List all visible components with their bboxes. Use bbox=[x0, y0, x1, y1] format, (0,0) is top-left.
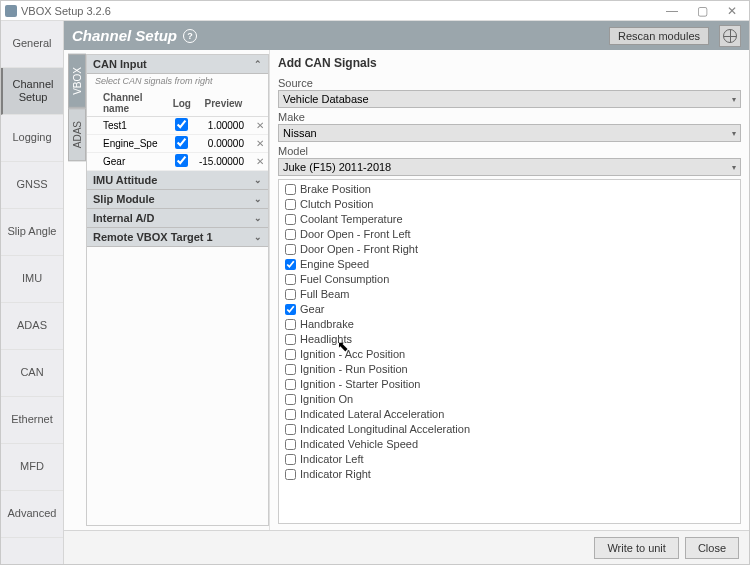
sidenav-item-advanced[interactable]: Advanced bbox=[1, 491, 63, 538]
signal-checkbox[interactable] bbox=[285, 364, 296, 375]
signal-checkbox[interactable] bbox=[285, 409, 296, 420]
remove-channel-button[interactable]: ✕ bbox=[256, 156, 264, 167]
signal-row[interactable]: Full Beam bbox=[279, 287, 740, 302]
signal-row[interactable]: Fuel Consumption bbox=[279, 272, 740, 287]
left-nav: GeneralChannel SetupLoggingGNSSSlip Angl… bbox=[1, 21, 64, 564]
sidenav-item-slip-angle[interactable]: Slip Angle bbox=[1, 209, 63, 256]
signal-checkbox[interactable] bbox=[285, 379, 296, 390]
sidenav-item-general[interactable]: General bbox=[1, 21, 63, 68]
preview-value: 1.00000 bbox=[195, 117, 252, 135]
sidenav-item-channel-setup[interactable]: Channel Setup bbox=[1, 68, 63, 115]
sidenav-item-gnss[interactable]: GNSS bbox=[1, 162, 63, 209]
accordion-internal-a-d[interactable]: Internal A/D⌄ bbox=[87, 209, 268, 228]
signal-checkbox[interactable] bbox=[285, 199, 296, 210]
channel-name: Engine_Spe bbox=[87, 135, 169, 153]
rescan-modules-button[interactable]: Rescan modules bbox=[609, 27, 709, 45]
remove-channel-button[interactable]: ✕ bbox=[256, 120, 264, 131]
sidenav-item-adas[interactable]: ADAS bbox=[1, 303, 63, 350]
signal-row[interactable]: Door Open - Front Left bbox=[279, 227, 740, 242]
chevron-down-icon: ⌄ bbox=[254, 194, 262, 204]
signal-label: Door Open - Front Left bbox=[300, 227, 411, 242]
signal-row[interactable]: Ignition On bbox=[279, 392, 740, 407]
sidenav-item-logging[interactable]: Logging bbox=[1, 115, 63, 162]
signal-checkbox[interactable] bbox=[285, 319, 296, 330]
signal-row[interactable]: Engine Speed bbox=[279, 257, 740, 272]
accordion-title: CAN Input bbox=[93, 58, 147, 70]
channel-name: Test1 bbox=[87, 117, 169, 135]
accordion-remote-vbox-target-1[interactable]: Remote VBOX Target 1⌄ bbox=[87, 228, 268, 247]
signal-checkbox[interactable] bbox=[285, 439, 296, 450]
language-button[interactable] bbox=[719, 25, 741, 47]
maximize-button[interactable]: ▢ bbox=[689, 3, 715, 19]
help-icon[interactable]: ? bbox=[183, 29, 197, 43]
signal-row[interactable]: Gear bbox=[279, 302, 740, 317]
close-button[interactable]: Close bbox=[685, 537, 739, 559]
signal-checkbox[interactable] bbox=[285, 259, 296, 270]
log-checkbox[interactable] bbox=[175, 118, 188, 131]
signal-label: Handbrake bbox=[300, 317, 354, 332]
signals-list[interactable]: Brake PositionClutch PositionCoolant Tem… bbox=[278, 179, 741, 524]
signal-row[interactable]: Indicator Right bbox=[279, 467, 740, 482]
signal-label: Coolant Temperature bbox=[300, 212, 403, 227]
accordion-imu-attitude[interactable]: IMU Attitude⌄ bbox=[87, 171, 268, 190]
signal-checkbox[interactable] bbox=[285, 334, 296, 345]
vtab-vbox[interactable]: VBOX bbox=[68, 54, 86, 108]
make-select[interactable]: Nissan ▾ bbox=[278, 124, 741, 142]
remove-channel-button[interactable]: ✕ bbox=[256, 138, 264, 149]
signal-checkbox[interactable] bbox=[285, 424, 296, 435]
signal-checkbox[interactable] bbox=[285, 289, 296, 300]
write-to-unit-button[interactable]: Write to unit bbox=[594, 537, 679, 559]
source-select[interactable]: Vehicle Database ▾ bbox=[278, 90, 741, 108]
signal-checkbox[interactable] bbox=[285, 349, 296, 360]
signal-row[interactable]: Door Open - Front Right bbox=[279, 242, 740, 257]
accordion-title: Slip Module bbox=[93, 193, 155, 205]
chevron-down-icon: ▾ bbox=[732, 95, 736, 104]
signal-checkbox[interactable] bbox=[285, 184, 296, 195]
vtab-adas[interactable]: ADAS bbox=[68, 108, 86, 161]
accordion-can-input[interactable]: CAN Input ⌃ bbox=[87, 55, 268, 74]
signal-checkbox[interactable] bbox=[285, 454, 296, 465]
sidenav-item-mfd[interactable]: MFD bbox=[1, 444, 63, 491]
signal-row[interactable]: Indicator Left bbox=[279, 452, 740, 467]
preview-value: 0.00000 bbox=[195, 135, 252, 153]
signal-row[interactable]: Clutch Position bbox=[279, 197, 740, 212]
signal-row[interactable]: Ignition - Run Position bbox=[279, 362, 740, 377]
chevron-down-icon: ▾ bbox=[732, 129, 736, 138]
signal-row[interactable]: Indicated Longitudinal Acceleration bbox=[279, 422, 740, 437]
signal-label: Ignition - Starter Position bbox=[300, 377, 420, 392]
signal-checkbox[interactable] bbox=[285, 274, 296, 285]
log-checkbox[interactable] bbox=[175, 136, 188, 149]
signal-row[interactable]: Headlights bbox=[279, 332, 740, 347]
signal-label: Headlights bbox=[300, 332, 352, 347]
channel-table: Channel name Log Preview Test11.00000✕En… bbox=[87, 90, 268, 171]
chevron-down-icon: ⌄ bbox=[254, 175, 262, 185]
accordion-slip-module[interactable]: Slip Module⌄ bbox=[87, 190, 268, 209]
channel-row: Gear-15.00000✕ bbox=[87, 153, 268, 171]
signal-label: Ignition - Run Position bbox=[300, 362, 408, 377]
app-icon bbox=[5, 5, 17, 17]
sidenav-item-imu[interactable]: IMU bbox=[1, 256, 63, 303]
signal-label: Door Open - Front Right bbox=[300, 242, 418, 257]
signal-row[interactable]: Indicated Lateral Acceleration bbox=[279, 407, 740, 422]
signal-row[interactable]: Handbrake bbox=[279, 317, 740, 332]
signal-checkbox[interactable] bbox=[285, 214, 296, 225]
signal-label: Fuel Consumption bbox=[300, 272, 389, 287]
signal-row[interactable]: Coolant Temperature bbox=[279, 212, 740, 227]
signal-checkbox[interactable] bbox=[285, 304, 296, 315]
signal-checkbox[interactable] bbox=[285, 469, 296, 480]
sidenav-item-can[interactable]: CAN bbox=[1, 350, 63, 397]
signal-row[interactable]: Brake Position bbox=[279, 182, 740, 197]
signal-row[interactable]: Ignition - Starter Position bbox=[279, 377, 740, 392]
signal-label: Indicator Right bbox=[300, 467, 371, 482]
signal-row[interactable]: Indicated Vehicle Speed bbox=[279, 437, 740, 452]
close-window-button[interactable]: ✕ bbox=[719, 3, 745, 19]
sidenav-item-ethernet[interactable]: Ethernet bbox=[1, 397, 63, 444]
signal-checkbox[interactable] bbox=[285, 229, 296, 240]
log-checkbox[interactable] bbox=[175, 154, 188, 167]
signal-checkbox[interactable] bbox=[285, 244, 296, 255]
signal-checkbox[interactable] bbox=[285, 394, 296, 405]
model-select[interactable]: Juke (F15) 2011-2018 ▾ bbox=[278, 158, 741, 176]
right-panel-title: Add CAN Signals bbox=[278, 56, 741, 70]
minimize-button[interactable]: — bbox=[659, 3, 685, 19]
signal-row[interactable]: Ignition - Acc Position bbox=[279, 347, 740, 362]
